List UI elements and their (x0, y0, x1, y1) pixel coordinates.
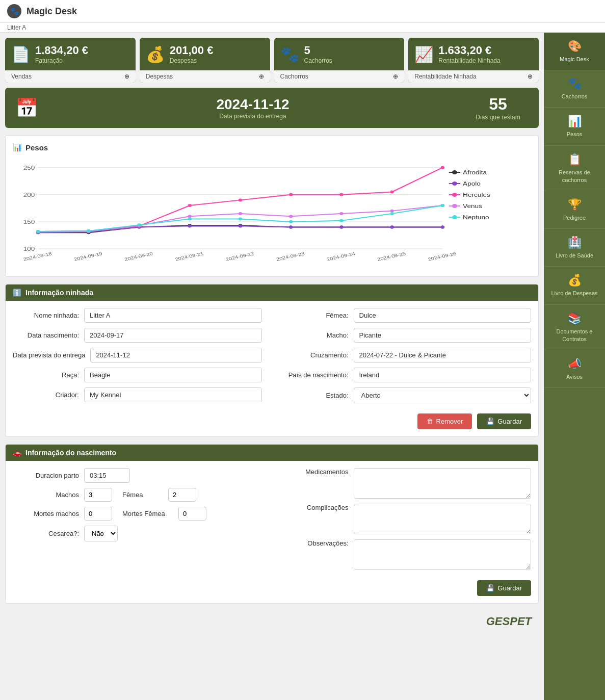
remove-button[interactable]: 🗑 Remover (417, 413, 472, 429)
input-pais[interactable] (354, 368, 532, 382)
svg-point-34 (441, 226, 444, 229)
stat-value-faturacao: 1.834,20 € (35, 44, 88, 57)
input-data_nasc[interactable] (84, 328, 262, 343)
sidebar-icon-5: 🏥 (546, 236, 602, 249)
stat-icon-faturacao: 📄 (11, 45, 30, 63)
stat-arrow-despesas: ⊕ (259, 73, 264, 80)
label-macho: Macho: (282, 331, 349, 339)
input-nome_ninhada[interactable] (84, 308, 262, 323)
svg-text:150: 150 (23, 219, 35, 225)
save-litter-button[interactable]: 💾 Guardar (477, 413, 531, 429)
stat-arrow-faturacao: ⊕ (124, 73, 129, 80)
sidebar-label-2: Pesos (567, 131, 583, 137)
svg-point-56 (188, 218, 192, 221)
svg-point-42 (390, 190, 393, 193)
mortes-machos-input[interactable] (84, 507, 112, 521)
svg-point-61 (441, 204, 444, 207)
app-logo-icon: 🐾 (7, 4, 21, 18)
stat-icon-rentabilidade: 📈 (414, 45, 433, 63)
input-femea[interactable] (354, 308, 532, 323)
medicamentos-label: Medicamentos (282, 468, 349, 476)
svg-point-55 (137, 223, 141, 226)
input-cruzamento[interactable] (354, 348, 532, 362)
app-title: Magic Desk (27, 6, 77, 17)
svg-point-39 (239, 198, 242, 201)
sidebar-item-0[interactable]: 🎨 Magic Desk (544, 33, 605, 70)
form-row-femea: Fêmea: (282, 308, 532, 323)
svg-point-69 (452, 193, 457, 197)
svg-point-30 (239, 224, 242, 227)
svg-point-47 (188, 215, 192, 218)
observacoes-label: Observações: (282, 539, 349, 547)
sidebar-item-3[interactable]: 📋 Reservas de cachorros (544, 146, 605, 191)
stat-footer-despesas[interactable]: Despesas (146, 73, 173, 80)
sidebar-label-1: Cachorros (562, 93, 588, 99)
sidebar-item-5[interactable]: 🏥 Livro de Saúde (544, 229, 605, 267)
input-macho[interactable] (354, 328, 532, 343)
svg-point-48 (239, 212, 242, 215)
input-data_entrega[interactable] (90, 348, 261, 362)
input-criador[interactable] (84, 387, 262, 402)
stat-icon-despesas: 💰 (146, 45, 165, 63)
machos-input[interactable] (84, 488, 112, 502)
delivery-date: 2024-11-12 (48, 96, 457, 113)
birth-icon: 🚗 (13, 449, 21, 457)
stat-footer-cachorros[interactable]: Cachorros (280, 73, 308, 80)
litter-info-section: ℹ️ Informação ninhada Nome ninhada: Data… (5, 284, 539, 437)
duracion-input[interactable] (84, 468, 130, 483)
cesarea-select[interactable]: Não Sim (84, 526, 118, 541)
trash-icon: 🗑 (427, 418, 433, 425)
complicacoes-textarea[interactable] (354, 504, 532, 534)
svg-text:200: 200 (23, 192, 35, 198)
sidebar-label-0: Magic Desk (560, 56, 589, 62)
select-estado[interactable]: Aberto Fechado (354, 387, 532, 403)
sidebar-item-6[interactable]: 💰 Livro de Despesas (544, 267, 605, 304)
machos-label: Machos (13, 491, 79, 499)
svg-point-57 (239, 218, 242, 221)
svg-point-50 (339, 212, 343, 215)
sidebar-item-1[interactable]: 🐾 Cachorros (544, 70, 605, 108)
mortes-femea-label: Mortes Fêmea (122, 510, 173, 517)
sidebar-item-7[interactable]: 📚 Documentos e Contratos (544, 305, 605, 350)
sidebar-item-2[interactable]: 📊 Pesos (544, 108, 605, 145)
svg-point-31 (289, 226, 293, 229)
mortes-machos-label: Mortes machos (13, 510, 79, 517)
sidebar-item-4[interactable]: 🏆 Pedigree (544, 191, 605, 229)
label-criador: Criador: (13, 391, 79, 399)
stat-label-rentabilidade: Rentabilidade Ninhada (438, 57, 500, 64)
chart-title: Pesos (25, 143, 48, 152)
stat-value-rentabilidade: 1.633,20 € (438, 44, 500, 57)
form-row-cruzamento: Cruzamento: (282, 348, 532, 362)
info-icon: ℹ️ (13, 289, 21, 297)
svg-point-58 (289, 220, 293, 223)
sidebar-icon-7: 📚 (546, 312, 602, 325)
input-raca[interactable] (84, 368, 262, 382)
stat-value-despesas: 201,00 € (170, 44, 214, 57)
save-birth-button[interactable]: 💾 Guardar (477, 580, 531, 596)
svg-point-59 (339, 219, 343, 222)
chart-section: 📊 Pesos 1001502002502024-09-182024-09-19… (5, 135, 539, 277)
duracion-label: Duracion parto (13, 472, 79, 479)
form-row-data_entrega: Data prevista do entrega (13, 348, 262, 362)
svg-text:2024-09-19: 2024-09-19 (73, 251, 103, 262)
label-pais: País de nascimento: (282, 371, 349, 379)
form-row-criador: Criador: (13, 387, 262, 402)
stat-cards: 📄 1.834,20 € Faturação Vendas ⊕ 💰 201,00… (5, 38, 539, 83)
sidebar-item-8[interactable]: 📣 Avisos (544, 350, 605, 388)
stat-arrow-rentabilidade: ⊕ (528, 73, 533, 80)
svg-text:Apolo: Apolo (463, 180, 481, 187)
femea-birth-input[interactable] (168, 488, 196, 502)
sidebar-icon-8: 📣 (546, 357, 602, 371)
sidebar-icon-0: 🎨 (546, 40, 602, 53)
stat-value-cachorros: 5 (304, 44, 332, 57)
stat-footer-rentabilidade[interactable]: Rentabilidade Ninhada (414, 73, 476, 80)
svg-point-33 (390, 226, 393, 229)
svg-text:100: 100 (23, 246, 35, 252)
svg-point-40 (289, 193, 293, 196)
observacoes-textarea[interactable] (354, 539, 532, 570)
mortes-femea-input[interactable] (178, 507, 206, 521)
save-birth-icon: 💾 (486, 584, 494, 592)
medicamentos-textarea[interactable] (354, 468, 532, 499)
stat-footer-faturacao[interactable]: Vendas (11, 73, 32, 80)
svg-text:2024-09-21: 2024-09-21 (174, 251, 204, 262)
